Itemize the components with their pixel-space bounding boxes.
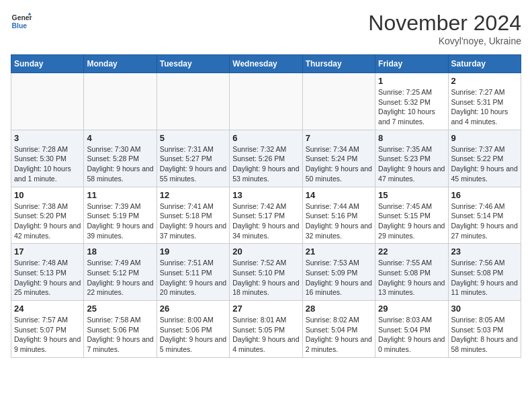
day-number: 9 [451,133,518,143]
day-cell: 22Sunrise: 7:55 AM Sunset: 5:08 PM Dayli… [375,244,448,301]
day-cell: 15Sunrise: 7:45 AM Sunset: 5:15 PM Dayli… [375,187,448,244]
day-cell: 26Sunrise: 8:00 AM Sunset: 5:06 PM Dayli… [157,301,229,358]
day-info: Sunrise: 7:57 AM Sunset: 5:07 PM Dayligh… [14,315,81,355]
day-number: 30 [451,304,518,314]
weekday-header-saturday: Saturday [448,55,521,73]
day-info: Sunrise: 7:37 AM Sunset: 5:22 PM Dayligh… [451,144,518,184]
day-number: 7 [306,133,372,143]
day-info: Sunrise: 7:56 AM Sunset: 5:08 PM Dayligh… [451,258,518,298]
weekday-header-friday: Friday [375,55,448,73]
day-info: Sunrise: 7:32 AM Sunset: 5:26 PM Dayligh… [232,144,299,184]
day-info: Sunrise: 7:28 AM Sunset: 5:30 PM Dayligh… [14,144,81,184]
day-cell: 19Sunrise: 7:51 AM Sunset: 5:11 PM Dayli… [157,244,229,301]
day-cell: 11Sunrise: 7:39 AM Sunset: 5:19 PM Dayli… [84,187,157,244]
weekday-header-sunday: Sunday [11,55,84,73]
day-info: Sunrise: 7:42 AM Sunset: 5:17 PM Dayligh… [232,201,299,241]
week-row-4: 17Sunrise: 7:48 AM Sunset: 5:13 PM Dayli… [11,244,521,301]
day-cell: 20Sunrise: 7:52 AM Sunset: 5:10 PM Dayli… [230,244,302,301]
day-info: Sunrise: 8:03 AM Sunset: 5:04 PM Dayligh… [378,315,445,355]
day-cell: 13Sunrise: 7:42 AM Sunset: 5:17 PM Dayli… [230,187,302,244]
day-number: 15 [378,190,445,200]
day-cell: 24Sunrise: 7:57 AM Sunset: 5:07 PM Dayli… [11,301,84,358]
day-cell: 23Sunrise: 7:56 AM Sunset: 5:08 PM Dayli… [448,244,521,301]
logo: General Blue [11,11,32,32]
day-info: Sunrise: 7:53 AM Sunset: 5:09 PM Dayligh… [306,258,372,298]
day-info: Sunrise: 7:45 AM Sunset: 5:15 PM Dayligh… [378,201,445,241]
day-cell: 9Sunrise: 7:37 AM Sunset: 5:22 PM Daylig… [448,130,521,187]
svg-text:General: General [12,14,32,21]
day-cell: 4Sunrise: 7:30 AM Sunset: 5:28 PM Daylig… [84,130,157,187]
day-cell: 17Sunrise: 7:48 AM Sunset: 5:13 PM Dayli… [11,244,84,301]
day-info: Sunrise: 8:01 AM Sunset: 5:05 PM Dayligh… [232,315,299,355]
title-block: November 2024 Kovyl'noye, Ukraine [368,11,521,46]
week-row-3: 10Sunrise: 7:38 AM Sunset: 5:20 PM Dayli… [11,187,521,244]
svg-text:Blue: Blue [12,22,28,30]
day-number: 26 [160,304,226,314]
day-cell: 14Sunrise: 7:44 AM Sunset: 5:16 PM Dayli… [302,187,375,244]
day-cell: 5Sunrise: 7:31 AM Sunset: 5:27 PM Daylig… [157,130,229,187]
week-row-5: 24Sunrise: 7:57 AM Sunset: 5:07 PM Dayli… [11,301,521,358]
day-info: Sunrise: 7:39 AM Sunset: 5:19 PM Dayligh… [87,201,153,241]
day-number: 2 [451,76,518,86]
day-number: 14 [306,190,372,200]
day-info: Sunrise: 7:55 AM Sunset: 5:08 PM Dayligh… [378,258,445,298]
day-info: Sunrise: 7:27 AM Sunset: 5:31 PM Dayligh… [451,87,518,127]
day-cell: 3Sunrise: 7:28 AM Sunset: 5:30 PM Daylig… [11,130,84,187]
day-info: Sunrise: 7:48 AM Sunset: 5:13 PM Dayligh… [14,258,81,298]
day-cell: 30Sunrise: 8:05 AM Sunset: 5:03 PM Dayli… [448,301,521,358]
day-number: 6 [232,133,299,143]
day-info: Sunrise: 7:58 AM Sunset: 5:06 PM Dayligh… [87,315,153,355]
day-number: 19 [160,246,226,257]
week-row-2: 3Sunrise: 7:28 AM Sunset: 5:30 PM Daylig… [11,130,521,187]
day-cell: 6Sunrise: 7:32 AM Sunset: 5:26 PM Daylig… [230,130,302,187]
day-number: 12 [160,190,226,200]
day-info: Sunrise: 7:44 AM Sunset: 5:16 PM Dayligh… [306,201,372,241]
day-info: Sunrise: 7:52 AM Sunset: 5:10 PM Dayligh… [232,258,299,298]
day-number: 22 [378,246,445,257]
day-info: Sunrise: 7:46 AM Sunset: 5:14 PM Dayligh… [451,201,518,241]
day-number: 28 [306,304,372,314]
day-number: 13 [232,190,299,200]
day-cell: 28Sunrise: 8:02 AM Sunset: 5:04 PM Dayli… [302,301,375,358]
day-number: 10 [14,190,81,200]
day-number: 20 [232,246,299,257]
day-number: 24 [14,304,81,314]
day-info: Sunrise: 7:31 AM Sunset: 5:27 PM Dayligh… [160,144,226,184]
day-number: 4 [87,133,153,143]
day-info: Sunrise: 7:30 AM Sunset: 5:28 PM Dayligh… [87,144,153,184]
month-title: November 2024 [368,11,521,36]
weekday-header-monday: Monday [84,55,157,73]
day-cell [84,73,157,130]
day-cell: 27Sunrise: 8:01 AM Sunset: 5:05 PM Dayli… [230,301,302,358]
day-cell: 16Sunrise: 7:46 AM Sunset: 5:14 PM Dayli… [448,187,521,244]
day-cell [230,73,302,130]
day-number: 27 [232,304,299,314]
day-info: Sunrise: 7:49 AM Sunset: 5:12 PM Dayligh… [87,258,153,298]
day-cell [302,73,375,130]
day-cell [157,73,229,130]
day-number: 3 [14,133,81,143]
day-info: Sunrise: 7:41 AM Sunset: 5:18 PM Dayligh… [160,201,226,241]
day-cell: 1Sunrise: 7:25 AM Sunset: 5:32 PM Daylig… [375,73,448,130]
day-number: 11 [87,190,153,200]
day-info: Sunrise: 8:05 AM Sunset: 5:03 PM Dayligh… [451,315,518,355]
day-info: Sunrise: 7:38 AM Sunset: 5:20 PM Dayligh… [14,201,81,241]
day-number: 5 [160,133,226,143]
day-cell: 18Sunrise: 7:49 AM Sunset: 5:12 PM Dayli… [84,244,157,301]
day-cell: 7Sunrise: 7:34 AM Sunset: 5:24 PM Daylig… [302,130,375,187]
day-cell: 12Sunrise: 7:41 AM Sunset: 5:18 PM Dayli… [157,187,229,244]
svg-marker-3 [28,12,32,15]
day-cell: 25Sunrise: 7:58 AM Sunset: 5:06 PM Dayli… [84,301,157,358]
page-header: General Blue November 2024 Kovyl'noye, U… [11,11,521,46]
day-number: 21 [306,246,372,257]
day-number: 1 [378,76,445,86]
day-number: 17 [14,246,81,257]
day-cell: 2Sunrise: 7:27 AM Sunset: 5:31 PM Daylig… [448,73,521,130]
weekday-header-thursday: Thursday [302,55,375,73]
logo-icon: General Blue [11,11,32,32]
day-info: Sunrise: 8:00 AM Sunset: 5:06 PM Dayligh… [160,315,226,355]
day-number: 8 [378,133,445,143]
day-cell: 29Sunrise: 8:03 AM Sunset: 5:04 PM Dayli… [375,301,448,358]
day-cell: 10Sunrise: 7:38 AM Sunset: 5:20 PM Dayli… [11,187,84,244]
weekday-header-wednesday: Wednesday [230,55,302,73]
